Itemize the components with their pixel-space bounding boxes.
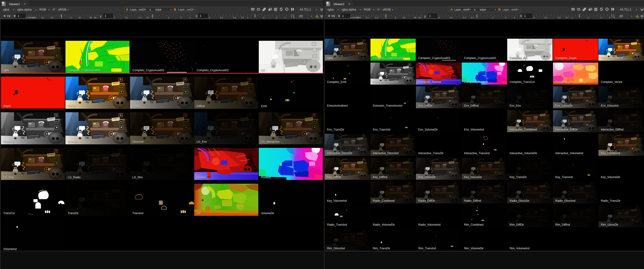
- svg-text:i: i: [318, 16, 318, 18]
- svg-text:i: i: [638, 16, 638, 18]
